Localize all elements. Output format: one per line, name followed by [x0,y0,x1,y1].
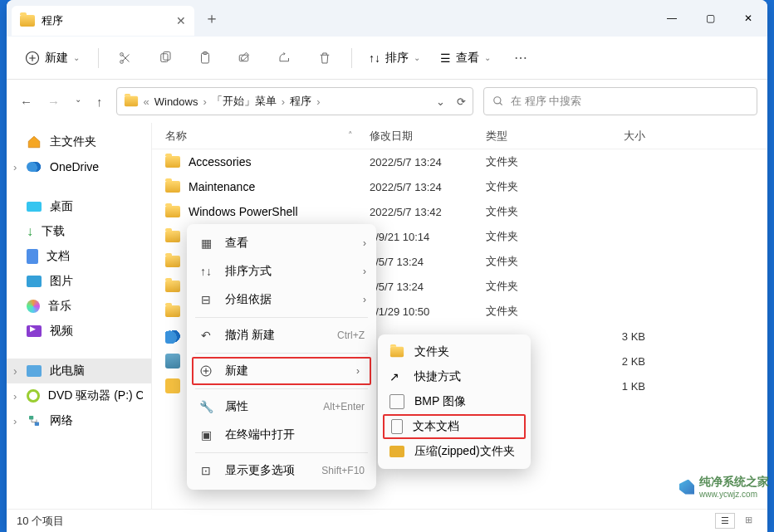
sidebar-dvd[interactable]: DVD 驱动器 (P:) C [7,383,151,408]
svg-rect-3 [161,53,168,61]
plus-circle-icon [198,364,213,378]
ctx-view[interactable]: ▦查看› [187,229,376,257]
file-row[interactable]: Maintenance2022/5/7 13:24文件夹 [152,174,767,199]
sidebar-thispc[interactable]: 此电脑 [7,359,151,383]
explorer-icon [165,378,180,393]
music-icon [27,300,40,313]
refresh-button[interactable]: ⟳ [457,95,466,108]
search-icon [492,95,504,107]
sidebar-network[interactable]: 网络 [7,408,151,433]
ctx-more[interactable]: ⊡显示更多选项Shift+F10 [187,456,376,485]
close-tab-icon[interactable]: ✕ [176,14,186,27]
document-icon [27,249,38,264]
folder-icon [165,156,180,168]
more-button[interactable]: ⋯ [504,41,537,75]
column-type[interactable]: 类型 [486,129,587,144]
column-name[interactable]: 名称˄ [165,129,370,144]
sidebar-home[interactable]: 主文件夹 [7,129,151,154]
ctx-undo[interactable]: ↶撤消 新建Ctrl+Z [187,321,376,349]
ctx-sort[interactable]: ↑↓排序方式› [187,257,376,286]
file-name: Windows PowerShell [189,205,298,218]
sort-label: 排序 [385,51,409,66]
folder-icon [165,206,180,217]
crumb-1[interactable]: 「开始」菜单 [212,94,277,109]
chevron-down-icon[interactable]: ⌄ [436,95,445,108]
sub-bmp[interactable]: BMP 图像 [383,389,526,414]
back-button[interactable]: ← [20,95,32,109]
new-button[interactable]: 新建 ⌄ [17,46,88,71]
crumb-0[interactable]: Windows [154,95,198,108]
folder-icon [20,15,35,27]
ctx-group[interactable]: ⊟分组依据› [187,286,376,314]
column-size[interactable]: 大小 [587,129,654,144]
sidebar-documents[interactable]: 文档 [7,244,151,269]
sidebar-pictures[interactable]: 图片 [7,269,151,294]
context-menu: ▦查看› ↑↓排序方式› ⊟分组依据› ↶撤消 新建Ctrl+Z 新建› 🔧属性… [187,224,376,490]
icons-view-button[interactable]: ⊞ [740,513,757,529]
minimize-button[interactable]: — [653,0,691,37]
tab-current[interactable]: 程序 ✕ [12,6,194,36]
nav-arrows: ← → ⌄ ↑ [17,95,106,109]
text-icon [391,419,403,434]
plus-circle-icon [25,51,40,66]
maximize-button[interactable]: ▢ [691,0,729,37]
file-type: 文件夹 [486,179,587,194]
svg-rect-9 [29,416,33,420]
sub-folder[interactable]: 文件夹 [383,339,526,364]
paste-button[interactable] [189,41,222,75]
cut-button[interactable] [109,41,142,75]
sort-icon: ↑↓ [198,264,213,279]
folder-icon [165,256,180,267]
close-button[interactable]: ✕ [729,0,767,37]
sidebar-music[interactable]: 音乐 [7,294,151,319]
ctx-terminal[interactable]: ▣在终端中打开 [187,421,376,449]
up-button[interactable]: ↑ [96,95,103,109]
file-row[interactable]: Windows PowerShell2022/5/7 13:42文件夹 [152,199,767,224]
search-input[interactable]: 在 程序 中搜索 [483,87,757,115]
file-type: 文件夹 [486,279,587,294]
file-date: 2022/5/7 13:24 [370,181,486,193]
ctx-new[interactable]: 新建› [192,357,371,385]
watermark-logo-icon [679,480,694,495]
sub-shortcut[interactable]: ↗快捷方式 [383,364,526,389]
group-icon: ⊟ [198,292,213,307]
folder-icon [165,181,180,193]
sidebar: 主文件夹 OneDrive 桌面 ↓下载 文档 图片 音乐 视频 此电脑 DVD… [7,123,152,509]
view-button[interactable]: ☰ 查看 ⌄ [434,51,497,66]
new-button-label: 新建 [45,51,68,66]
store-icon [165,354,180,368]
sub-zip[interactable]: 压缩(zipped)文件夹 [383,439,526,464]
sub-text[interactable]: 文本文档 [383,414,526,439]
chevron-down-icon: ⌄ [73,53,80,62]
sidebar-onedrive[interactable]: OneDrive [7,154,151,179]
file-row[interactable]: Accessories2022/5/7 13:24文件夹 [152,149,767,174]
file-type: 文件夹 [486,304,587,319]
share-button[interactable] [268,41,301,75]
chevron-down-icon: ⌄ [484,53,491,62]
file-name: Maintenance [189,180,255,193]
forward-button[interactable]: → [47,95,60,109]
new-tab-button[interactable]: ＋ [204,8,219,28]
new-submenu: 文件夹 ↗快捷方式 BMP 图像 文本文档 压缩(zipped)文件夹 [378,334,531,469]
column-date[interactable]: 修改日期 [370,129,486,144]
file-date: 2/9/21 10:14 [370,231,486,243]
copy-button[interactable] [149,41,182,75]
ctx-properties[interactable]: 🔧属性Alt+Enter [187,393,376,421]
toolbar: 新建 ⌄ ↑↓ 排序 ⌄ ☰ 查看 ⌄ ⋯ [7,37,767,80]
dvd-icon [27,389,40,403]
sort-button[interactable]: ↑↓ 排序 ⌄ [362,51,427,66]
sidebar-videos[interactable]: 视频 [7,319,151,344]
rename-button[interactable] [228,41,262,75]
column-headers: 名称˄ 修改日期 类型 大小 [152,123,767,149]
file-type: 文件夹 [486,229,587,244]
folder-icon [165,231,180,242]
sidebar-downloads[interactable]: ↓下载 [7,219,151,244]
breadcrumb-path[interactable]: « Windows› 「开始」菜单› 程序› ⌄ ⟳ [116,87,474,115]
crumb-2[interactable]: 程序 [290,94,311,109]
details-view-button[interactable]: ☰ [715,513,735,529]
zip-icon [389,446,404,457]
status-bar: 10 个项目 ☰ ⊞ [7,509,767,532]
sidebar-desktop[interactable]: 桌面 [7,194,151,219]
recent-button[interactable]: ⌄ [75,95,81,109]
delete-button[interactable] [308,41,341,75]
